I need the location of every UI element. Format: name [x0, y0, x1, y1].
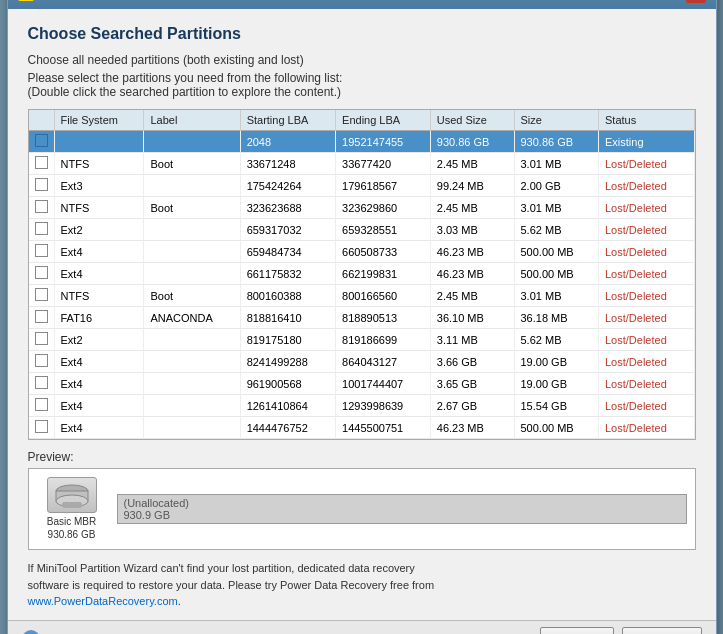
row-startlba: 323623688 — [240, 197, 335, 219]
row-checkbox[interactable] — [29, 351, 55, 373]
row-size: 19.00 GB — [514, 351, 599, 373]
footer-text: If MiniTool Partition Wizard can't find … — [28, 560, 696, 610]
row-endlba: 1952147455 — [336, 131, 431, 153]
title-bar: 🔧 Partition Recovery Wizard ✕ — [8, 0, 716, 9]
row-size: 3.01 MB — [514, 197, 599, 219]
row-label — [144, 263, 240, 285]
row-fs: Ext4 — [54, 373, 144, 395]
col-startlba: Starting LBA — [240, 110, 335, 131]
table-row[interactable]: 2048 1952147455 930.86 GB 930.86 GB Exis… — [29, 131, 695, 153]
row-fs — [54, 131, 144, 153]
table-row[interactable]: Ext2 819175180 819186699 3.11 MB 5.62 MB… — [29, 329, 695, 351]
row-endlba: 800166560 — [336, 285, 431, 307]
close-button[interactable]: ✕ — [686, 0, 706, 3]
disk-bar-area: (Unallocated) 930.9 GB — [117, 494, 687, 524]
table-row[interactable]: NTFS Boot 800160388 800166560 2.45 MB 3.… — [29, 285, 695, 307]
row-status: Lost/Deleted — [599, 329, 695, 351]
preview-box: Basic MBR 930.86 GB (Unallocated) 930.9 … — [28, 468, 696, 550]
row-fs: Ext4 — [54, 351, 144, 373]
row-status: Lost/Deleted — [599, 351, 695, 373]
table-row[interactable]: NTFS Boot 323623688 323629860 2.45 MB 3.… — [29, 197, 695, 219]
page-title: Choose Searched Partitions — [28, 25, 696, 43]
title-bar-left: 🔧 Partition Recovery Wizard — [18, 0, 179, 1]
row-startlba: 175424264 — [240, 175, 335, 197]
row-size: 500.00 MB — [514, 263, 599, 285]
row-status: Lost/Deleted — [599, 175, 695, 197]
row-checkbox[interactable] — [29, 417, 55, 439]
row-usedsize: 930.86 GB — [430, 131, 514, 153]
col-size: Size — [514, 110, 599, 131]
row-label — [144, 131, 240, 153]
preview-section: Preview: Basic MBR 930.86 GB — [28, 450, 696, 550]
row-checkbox[interactable] — [29, 175, 55, 197]
row-fs: Ext4 — [54, 417, 144, 439]
row-checkbox[interactable] — [29, 219, 55, 241]
finish-button[interactable]: Finish — [540, 627, 614, 634]
recovery-link[interactable]: www.PowerDataRecovery.com — [28, 595, 178, 607]
row-fs: Ext4 — [54, 241, 144, 263]
row-endlba: 660508733 — [336, 241, 431, 263]
row-usedsize: 46.23 MB — [430, 263, 514, 285]
unallocated-size: 930.9 GB — [124, 509, 189, 521]
table-row[interactable]: FAT16 ANACONDA 818816410 818890513 36.10… — [29, 307, 695, 329]
row-checkbox[interactable] — [29, 241, 55, 263]
row-endlba: 819186699 — [336, 329, 431, 351]
row-endlba: 1001744407 — [336, 373, 431, 395]
table-row[interactable]: Ext4 1444476752 1445500751 46.23 MB 500.… — [29, 417, 695, 439]
table-row[interactable]: Ext4 661175832 662199831 46.23 MB 500.00… — [29, 263, 695, 285]
row-checkbox[interactable] — [29, 329, 55, 351]
row-startlba: 33671248 — [240, 153, 335, 175]
row-status: Lost/Deleted — [599, 219, 695, 241]
table-row[interactable]: Ext4 659484734 660508733 46.23 MB 500.00… — [29, 241, 695, 263]
cancel-button[interactable]: Cancel — [622, 627, 701, 634]
action-buttons: Finish Cancel — [540, 627, 701, 634]
row-checkbox[interactable] — [29, 285, 55, 307]
row-checkbox[interactable] — [29, 307, 55, 329]
row-endlba: 179618567 — [336, 175, 431, 197]
bottom-bar: ? Partition Recovery Tutorial Finish Can… — [8, 620, 716, 634]
row-size: 2.00 GB — [514, 175, 599, 197]
table-row[interactable]: Ext2 659317032 659328551 3.03 MB 5.62 MB… — [29, 219, 695, 241]
main-dialog: 🔧 Partition Recovery Wizard ✕ Choose Sea… — [7, 0, 717, 634]
row-size: 5.62 MB — [514, 329, 599, 351]
row-endlba: 33677420 — [336, 153, 431, 175]
row-startlba: 659317032 — [240, 219, 335, 241]
row-checkbox[interactable] — [29, 197, 55, 219]
row-usedsize: 46.23 MB — [430, 241, 514, 263]
row-fs: Ext4 — [54, 263, 144, 285]
help-icon: ? — [22, 630, 40, 634]
table-row[interactable]: Ext4 1261410864 1293998639 2.67 GB 15.54… — [29, 395, 695, 417]
row-startlba: 2048 — [240, 131, 335, 153]
tutorial-link[interactable]: ? Partition Recovery Tutorial — [22, 630, 187, 634]
row-checkbox[interactable] — [29, 373, 55, 395]
table-row[interactable]: NTFS Boot 33671248 33677420 2.45 MB 3.01… — [29, 153, 695, 175]
row-label: Boot — [144, 285, 240, 307]
row-fs: Ext2 — [54, 219, 144, 241]
row-size: 930.86 GB — [514, 131, 599, 153]
row-endlba: 323629860 — [336, 197, 431, 219]
row-status: Lost/Deleted — [599, 395, 695, 417]
row-label — [144, 351, 240, 373]
row-fs: Ext4 — [54, 395, 144, 417]
row-startlba: 659484734 — [240, 241, 335, 263]
content-area: Choose Searched Partitions Choose all ne… — [8, 9, 716, 620]
row-fs: NTFS — [54, 285, 144, 307]
table-row[interactable]: Ext3 175424264 179618567 99.24 MB 2.00 G… — [29, 175, 695, 197]
row-label: Boot — [144, 153, 240, 175]
row-startlba: 961900568 — [240, 373, 335, 395]
row-checkbox[interactable] — [29, 153, 55, 175]
row-checkbox[interactable] — [29, 131, 55, 153]
unallocated-label: (Unallocated) — [124, 497, 189, 509]
row-size: 5.62 MB — [514, 219, 599, 241]
col-checkbox — [29, 110, 55, 131]
row-startlba: 8241499288 — [240, 351, 335, 373]
row-label — [144, 241, 240, 263]
row-usedsize: 3.11 MB — [430, 329, 514, 351]
col-label: Label — [144, 110, 240, 131]
table-row[interactable]: Ext4 961900568 1001744407 3.65 GB 19.00 … — [29, 373, 695, 395]
preview-label: Preview: — [28, 450, 696, 464]
row-checkbox[interactable] — [29, 263, 55, 285]
row-checkbox[interactable] — [29, 395, 55, 417]
table-row[interactable]: Ext4 8241499288 864043127 3.66 GB 19.00 … — [29, 351, 695, 373]
svg-point-2 — [56, 495, 88, 507]
